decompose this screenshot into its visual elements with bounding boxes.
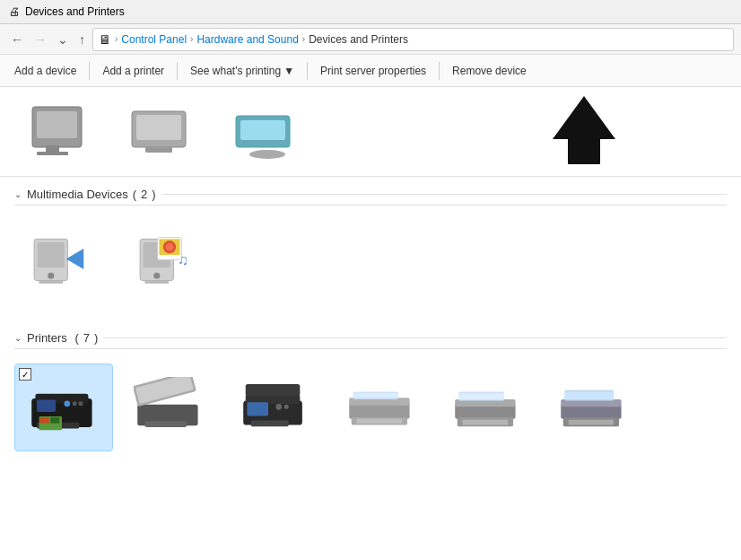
window-title: Devices and Printers <box>25 5 125 18</box>
multimedia-collapse-icon[interactable]: ⌄ <box>14 189 22 199</box>
nav-icon: 🖥 <box>99 32 111 47</box>
printers-divider <box>103 337 727 338</box>
printer-item-1[interactable]: ✓ <box>14 363 113 451</box>
partial-device-2[interactable] <box>118 98 208 170</box>
svg-rect-36 <box>135 377 194 404</box>
svg-point-44 <box>284 405 289 409</box>
content-area: ⌄ Multimedia Devices (2) <box>0 87 741 554</box>
multimedia-count: ( <box>133 188 136 201</box>
printer-item-6[interactable] <box>544 365 642 451</box>
svg-point-33 <box>78 401 83 406</box>
svg-rect-37 <box>145 421 187 427</box>
svg-rect-6 <box>145 147 172 153</box>
dropdown-arrow-icon: ▼ <box>283 65 294 77</box>
svg-point-22 <box>166 243 174 251</box>
printers-section: ⌄ Printers (7) ✓ <box>0 320 741 466</box>
see-whats-printing-button[interactable]: See what's printing ▼ <box>183 61 301 81</box>
printer-4-icon <box>345 372 417 444</box>
multimedia-section: ⌄ Multimedia Devices (2) <box>0 177 741 320</box>
svg-point-32 <box>73 401 77 406</box>
printers-collapse-icon[interactable]: ⌄ <box>14 333 22 343</box>
partial-device-3[interactable] <box>222 98 312 170</box>
up-button[interactable]: ↑ <box>75 31 89 48</box>
svg-text:♫: ♫ <box>178 252 188 267</box>
svg-rect-1 <box>37 111 77 138</box>
multimedia-device-1[interactable] <box>14 220 113 306</box>
svg-rect-42 <box>251 420 289 426</box>
svg-rect-3 <box>37 152 68 155</box>
print-server-properties-button[interactable]: Print server properties <box>313 61 433 81</box>
multimedia-device-2-icon: ♫ <box>134 227 205 299</box>
svg-rect-8 <box>240 120 285 140</box>
nav-bar: ← → ⌄ ↑ 🖥 › Control Panel › Hardware and… <box>0 24 741 55</box>
multimedia-device-grid: ♫ <box>14 213 727 313</box>
svg-rect-5 <box>136 115 181 140</box>
svg-point-31 <box>64 400 70 407</box>
svg-point-9 <box>249 150 285 159</box>
multimedia-section-title: Multimedia Devices (2) <box>27 188 156 201</box>
address-bar[interactable]: 🖥 › Control Panel › Hardware and Sound ›… <box>92 28 734 51</box>
printer-3-icon <box>240 372 311 444</box>
title-bar: 🖨 Devices and Printers <box>0 0 741 24</box>
printer-5-icon <box>451 372 523 444</box>
svg-rect-2 <box>46 145 59 153</box>
arrow-head <box>553 96 615 139</box>
breadcrumb-hardware-sound[interactable]: Hardware and Sound <box>196 33 298 46</box>
window-icon: 🖨 <box>9 5 20 18</box>
printers-section-header: ⌄ Printers (7) <box>14 328 727 349</box>
partial-device-1[interactable] <box>14 98 104 170</box>
svg-rect-54 <box>458 393 504 399</box>
svg-rect-50 <box>357 419 403 424</box>
svg-rect-13 <box>39 281 63 284</box>
svg-rect-11 <box>38 242 65 267</box>
toolbar-separator-4 <box>439 62 440 80</box>
arrow-shaft <box>568 139 600 164</box>
svg-rect-27 <box>37 400 56 412</box>
forward-button[interactable]: → <box>31 31 50 48</box>
toolbar-separator-2 <box>177 62 178 80</box>
remove-device-button[interactable]: Remove device <box>445 61 534 81</box>
printer-item-5[interactable] <box>438 365 536 451</box>
upload-arrow-area <box>553 96 615 164</box>
toolbar-separator-3 <box>307 62 308 80</box>
printer-item-2[interactable] <box>120 365 219 451</box>
printer-item-3[interactable] <box>226 365 325 451</box>
svg-rect-56 <box>463 420 509 425</box>
multimedia-device-1-icon <box>28 227 100 299</box>
breadcrumb-control-panel[interactable]: Control Panel <box>121 33 187 46</box>
dropdown-button[interactable]: ⌄ <box>54 31 72 48</box>
printers-section-title: Printers (7) <box>27 331 98 345</box>
svg-point-12 <box>48 273 54 279</box>
svg-rect-29 <box>39 417 48 424</box>
toolbar-separator-1 <box>89 62 90 80</box>
svg-rect-30 <box>50 417 59 424</box>
printers-device-grid: ✓ <box>14 356 727 459</box>
svg-rect-62 <box>569 420 615 425</box>
printer-item-4[interactable] <box>332 365 431 451</box>
breadcrumb-current: Devices and Printers <box>309 33 408 46</box>
printer-6-icon <box>557 372 629 444</box>
multimedia-section-header: ⌄ Multimedia Devices (2) <box>14 184 727 206</box>
printer-2-icon <box>134 372 205 444</box>
svg-rect-60 <box>564 391 614 398</box>
multimedia-device-2[interactable]: ♫ <box>120 220 219 306</box>
top-partial-area <box>0 87 741 177</box>
back-button[interactable]: ← <box>7 31 27 48</box>
add-printer-button[interactable]: Add a printer <box>95 61 171 81</box>
svg-point-43 <box>275 404 282 410</box>
multimedia-divider <box>161 194 727 195</box>
svg-rect-40 <box>246 384 301 396</box>
add-device-button[interactable]: Add a device <box>7 61 83 81</box>
svg-point-17 <box>153 273 160 279</box>
svg-rect-18 <box>144 281 169 284</box>
svg-rect-41 <box>247 402 268 416</box>
printer-1-icon <box>28 372 100 443</box>
svg-marker-14 <box>66 249 84 269</box>
toolbar: Add a device Add a printer See what's pr… <box>0 55 741 87</box>
top-partial-devices <box>14 98 312 170</box>
svg-rect-48 <box>353 393 398 398</box>
